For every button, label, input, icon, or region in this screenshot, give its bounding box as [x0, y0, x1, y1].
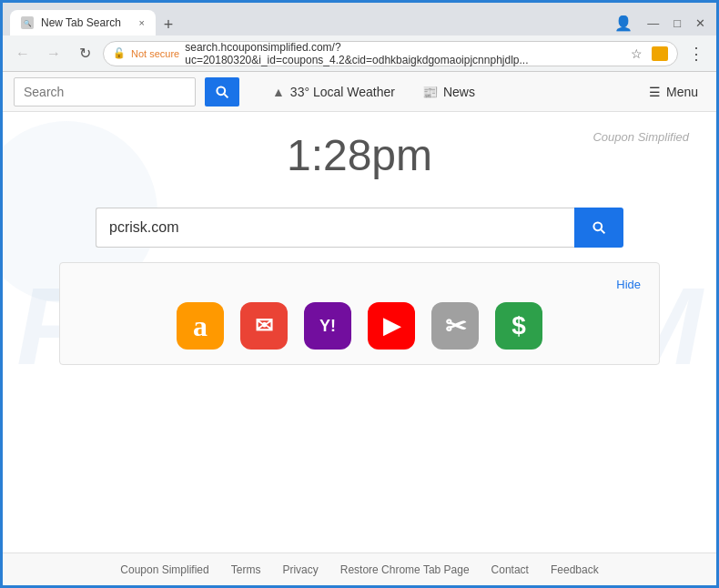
shortcuts-row: a ✉ Y! ▶ ✂	[78, 302, 641, 350]
url-text: search.hcouponsimplified.com/?uc=2018032…	[185, 41, 625, 66]
gmail-icon: ✉	[240, 302, 288, 350]
shortcut-coupons[interactable]: ✂	[431, 302, 479, 350]
dollar-icon: $	[495, 302, 542, 350]
bookmark-icon[interactable]: ☆	[631, 46, 643, 61]
svg-text:🔍: 🔍	[24, 19, 32, 27]
time-display: 1:28pm	[287, 130, 432, 180]
shortcut-amazon[interactable]: a	[177, 302, 224, 350]
footer-restore-chrome[interactable]: Restore Chrome Tab Page	[340, 563, 470, 576]
shortcuts-header: Hide	[78, 278, 641, 291]
more-options-button[interactable]: ⋮	[684, 41, 709, 66]
page-search-input[interactable]	[14, 77, 196, 106]
svg-point-2	[217, 86, 225, 95]
minimize-btn[interactable]: —	[647, 16, 659, 30]
tab-bar: 🔍 New Tab Search × + 👤 — □ ✕	[3, 3, 716, 35]
svg-point-4	[593, 222, 602, 230]
browser-window: 🔍 New Tab Search × + 👤 — □ ✕ ← → ↻ 🔓 Not…	[0, 0, 719, 588]
shortcut-yahoo[interactable]: Y!	[304, 302, 351, 350]
new-tab-button[interactable]: +	[156, 14, 181, 35]
maximize-btn[interactable]: □	[673, 16, 681, 30]
extension-icon	[652, 46, 668, 61]
profile-icon[interactable]: 👤	[614, 15, 633, 32]
footer-contact[interactable]: Contact	[491, 563, 529, 576]
svg-line-5	[601, 229, 604, 233]
main-search-button[interactable]	[574, 208, 623, 248]
main-search-container	[96, 208, 623, 248]
page-footer: Coupon Simplified Terms Privacy Restore …	[3, 553, 716, 585]
amazon-icon: a	[177, 302, 224, 350]
yahoo-icon: Y!	[304, 302, 351, 350]
tab-favicon: 🔍	[21, 16, 34, 29]
window-controls: 👤 — □ ✕	[614, 15, 709, 35]
nav-bar: ← → ↻ 🔓 Not secure search.hcouponsimplif…	[3, 35, 716, 72]
close-btn[interactable]: ✕	[695, 16, 705, 30]
footer-privacy[interactable]: Privacy	[282, 563, 318, 576]
reload-button[interactable]: ↻	[72, 41, 97, 66]
url-bar[interactable]: 🔓 Not secure search.hcouponsimplified.co…	[103, 41, 678, 66]
weather-text: 33° Local Weather	[290, 85, 395, 99]
news-text: News	[443, 85, 475, 99]
shortcut-youtube[interactable]: ▶	[368, 302, 415, 350]
back-button[interactable]: ←	[10, 41, 35, 66]
page-search-button[interactable]	[205, 77, 239, 106]
page-toolbar: ▲ 33° Local Weather 📰 News ☰ Menu	[3, 72, 716, 112]
hamburger-icon: ☰	[649, 85, 661, 99]
news-widget[interactable]: 📰 News	[413, 81, 484, 103]
shortcut-finance[interactable]: $	[495, 302, 542, 350]
menu-button[interactable]: ☰ Menu	[642, 81, 705, 103]
shortcut-gmail[interactable]: ✉	[240, 302, 288, 350]
footer-feedback[interactable]: Feedback	[551, 563, 599, 576]
main-search-icon	[592, 220, 606, 235]
active-tab[interactable]: 🔍 New Tab Search ×	[10, 10, 156, 35]
search-icon	[215, 85, 229, 99]
page-main: PCRi5K.COM Coupon Simplified 1:28pm Hide…	[3, 112, 716, 553]
footer-coupon-simplified[interactable]: Coupon Simplified	[120, 563, 208, 576]
footer-terms[interactable]: Terms	[231, 563, 261, 576]
tab-title: New Tab Search	[41, 16, 121, 29]
security-icon: 🔓	[113, 47, 126, 59]
weather-icon: ▲	[272, 85, 285, 99]
page-content: ▲ 33° Local Weather 📰 News ☰ Menu PCRi5K…	[3, 72, 716, 585]
brand-name: Coupon Simplified	[592, 130, 689, 144]
menu-label: Menu	[666, 85, 698, 99]
shortcuts-panel: Hide a ✉ Y! ▶	[59, 262, 660, 365]
main-search-input[interactable]	[96, 208, 574, 248]
hide-link[interactable]: Hide	[616, 278, 641, 291]
forward-button[interactable]: →	[41, 41, 66, 66]
news-icon: 📰	[422, 85, 438, 99]
tab-close-btn[interactable]: ×	[139, 17, 145, 28]
scissors-icon: ✂	[431, 302, 479, 350]
youtube-icon: ▶	[368, 302, 415, 350]
security-label: Not secure	[131, 48, 179, 59]
svg-line-3	[224, 94, 228, 97]
weather-widget[interactable]: ▲ 33° Local Weather	[263, 81, 404, 103]
